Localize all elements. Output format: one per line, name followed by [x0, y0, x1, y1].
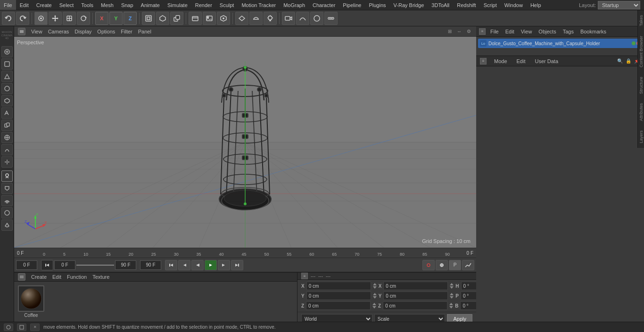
menu-script[interactable]: Script [480, 0, 501, 10]
menu-tools[interactable]: Tools [77, 0, 97, 10]
viewport-view-menu[interactable]: View [31, 29, 42, 34]
viewport-expand-icon[interactable]: ⊞ [446, 28, 454, 35]
left-tool-7[interactable] [1, 120, 13, 131]
menu-window[interactable]: Window [501, 0, 527, 10]
left-tool-9[interactable] [1, 144, 13, 155]
objects-file-tab[interactable]: File [488, 29, 501, 34]
menu-3dtoall[interactable]: 3DToAll [428, 0, 453, 10]
left-tool-12[interactable] [1, 183, 13, 194]
polygon-button[interactable] [156, 12, 169, 25]
menu-vray[interactable]: V-Ray Bridge [390, 0, 428, 10]
coord-x-pos-arrow[interactable] [373, 283, 377, 289]
model-mode-button[interactable] [34, 12, 48, 25]
attr-lock-icon[interactable]: 🔒 [625, 58, 632, 65]
objects-tags-tab[interactable]: Tags [561, 29, 576, 34]
goto-end-btn[interactable] [231, 260, 243, 270]
attr-edit-tab[interactable]: Edit [515, 58, 528, 64]
menu-create[interactable]: Create [33, 0, 56, 10]
objects-bookmarks-tab[interactable]: Bookmarks [578, 29, 608, 34]
attr-search-icon[interactable]: 🔍 [617, 58, 623, 65]
menu-motion-tracker[interactable]: Motion Tracker [238, 0, 280, 10]
extrude-button[interactable] [170, 12, 183, 25]
menu-mograph[interactable]: MoGraph [280, 0, 309, 10]
attr-menu-btn[interactable]: ≡ [480, 58, 487, 65]
viewport-cameras-menu[interactable]: Cameras [48, 29, 69, 34]
material-function-btn[interactable]: Function [67, 274, 87, 280]
left-tool-2[interactable] [1, 58, 13, 70]
step-forward-btn[interactable] [218, 260, 230, 270]
record-btn[interactable] [436, 260, 448, 270]
menu-mesh[interactable]: Mesh [97, 0, 117, 10]
coord-z-scale-arrow[interactable] [449, 303, 453, 308]
left-tool-15[interactable] [1, 219, 13, 231]
menu-snap[interactable]: Snap [117, 0, 137, 10]
left-tool-3[interactable] [1, 71, 13, 82]
picture-viewer-button[interactable] [203, 12, 216, 25]
material-edit-btn[interactable]: Edit [52, 274, 61, 280]
material-item[interactable]: Coffee [18, 285, 44, 318]
viewport-settings-icon[interactable]: ⚙ [465, 28, 472, 35]
tab-layers[interactable]: Layers [638, 126, 644, 148]
objects-edit-tab[interactable]: Edit [504, 29, 516, 34]
tab-attributes[interactable]: Attributes [638, 98, 644, 126]
viewport-options-menu[interactable]: Options [97, 29, 115, 34]
material-menu-btn[interactable] [18, 273, 25, 281]
coord-y-scale-input[interactable] [383, 292, 448, 300]
menu-redshift[interactable]: Redshift [453, 0, 479, 10]
play-forward-btn[interactable] [205, 260, 217, 270]
status-mode-btn-1[interactable] [4, 324, 13, 331]
left-tool-6[interactable] [1, 107, 13, 119]
material-thumbnail[interactable] [18, 285, 44, 312]
spline-button[interactable] [310, 12, 323, 25]
objects-view-tab[interactable]: View [519, 29, 534, 34]
auto-keyframe-btn[interactable] [422, 260, 435, 270]
world-dropdown[interactable]: World [301, 314, 372, 322]
tab-content-browser[interactable]: Content Browser [638, 31, 644, 72]
viewport-filter-menu[interactable]: Filter [121, 29, 132, 34]
material-texture-btn[interactable]: Texture [92, 274, 109, 280]
coord-z-pos-arrow[interactable] [372, 303, 376, 308]
menu-help[interactable]: Help [527, 0, 545, 10]
scale-dropdown[interactable]: Scale [374, 314, 446, 322]
coord-h-input[interactable] [461, 282, 476, 290]
material-create-btn[interactable]: Create [31, 274, 47, 280]
menu-character[interactable]: Character [309, 0, 339, 10]
menu-pipeline[interactable]: Pipeline [339, 0, 365, 10]
null-object-button[interactable] [142, 12, 155, 25]
menu-select[interactable]: Select [56, 0, 78, 10]
cloner-button[interactable] [324, 12, 338, 25]
frame-prev-small-btn[interactable] [41, 260, 53, 270]
light-button[interactable] [264, 12, 277, 25]
left-tool-4[interactable] [1, 83, 13, 94]
coord-x-scale-arrow[interactable] [450, 283, 454, 289]
status-close-btn[interactable]: ✕ [30, 324, 40, 331]
coord-menu-btn[interactable]: ≡ [301, 273, 308, 279]
undo-button[interactable] [2, 12, 15, 25]
left-tool-13[interactable] [1, 195, 13, 206]
attr-userdata-tab[interactable]: User Data [533, 58, 561, 64]
current-frame-input[interactable]: 0 F [16, 260, 37, 270]
coord-b-input[interactable] [460, 301, 476, 310]
start-frame-input[interactable] [54, 260, 75, 270]
left-tool-11[interactable] [1, 170, 13, 182]
menu-plugins[interactable]: Plugins [365, 0, 389, 10]
menu-sculpt[interactable]: Sculpt [216, 0, 238, 10]
floor-object-button[interactable] [235, 12, 248, 25]
left-tool-14[interactable] [1, 207, 13, 219]
coord-p-input[interactable] [461, 292, 476, 300]
viewport-display-menu[interactable]: Display [74, 29, 91, 34]
render-view-button[interactable] [189, 12, 202, 25]
coord-z-pos-input[interactable] [306, 301, 371, 310]
tab-structure[interactable]: Structure [638, 72, 644, 99]
menu-simulate[interactable]: Simulate [164, 0, 191, 10]
coord-x-scale-input[interactable] [383, 282, 448, 290]
end-frame-input[interactable] [115, 260, 136, 270]
rotate-tool-button[interactable] [77, 12, 90, 25]
left-tool-10[interactable] [1, 156, 13, 168]
motion-path-btn[interactable] [462, 260, 474, 270]
left-tool-5[interactable] [1, 95, 13, 106]
viewport-menu-btn[interactable] [18, 28, 25, 35]
redo-button[interactable] [16, 12, 29, 25]
render-settings-button[interactable] [217, 12, 230, 25]
play-back-btn[interactable] [191, 260, 204, 270]
